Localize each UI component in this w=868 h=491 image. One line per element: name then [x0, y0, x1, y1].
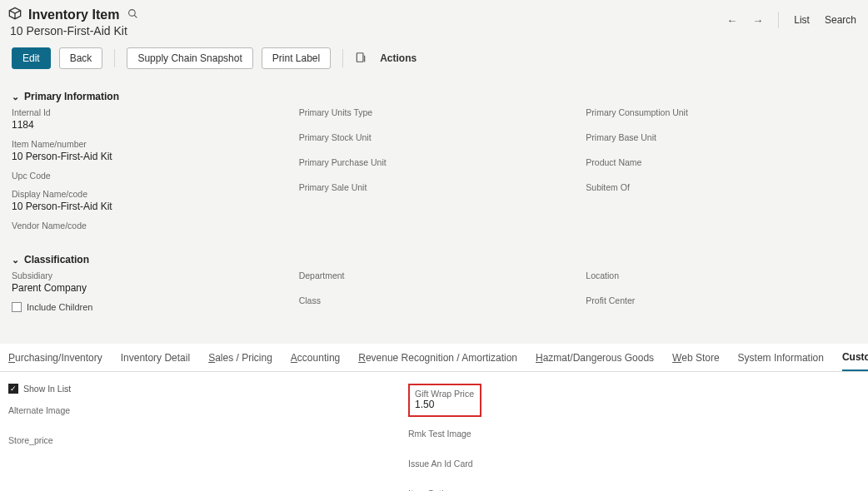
- field-label: Gift Wrap Price: [415, 389, 475, 399]
- field-issue-an-id-card: Issue An Id Card: [408, 459, 481, 469]
- field-label: Alternate Image: [8, 405, 358, 415]
- field-value: 1184: [12, 119, 282, 131]
- field-item-name: Item Name/number 10 Person-First-Aid Kit: [12, 139, 282, 162]
- tabs: Purchasing/Inventory Inventory Detail Sa…: [0, 344, 868, 372]
- chevron-down-icon: ⌄: [12, 255, 19, 265]
- tab-system-information[interactable]: System Information: [738, 352, 824, 370]
- field-primary-sale-unit: Primary Sale Unit: [299, 182, 570, 192]
- page-title: Inventory Item: [28, 7, 119, 22]
- checkbox-show-in-list[interactable]: ✓ Show In List: [8, 384, 358, 394]
- search-link[interactable]: Search: [825, 14, 856, 26]
- cube-icon: [8, 7, 22, 22]
- next-arrow[interactable]: →: [752, 14, 763, 27]
- field-department: Department: [299, 270, 570, 280]
- field-label: Vendor Name/code: [12, 221, 282, 231]
- field-label: Display Name/code: [12, 189, 282, 199]
- field-label: Issue An Id Card: [408, 459, 481, 469]
- section-classification[interactable]: ⌄ Classification: [12, 254, 856, 265]
- tab-web-store[interactable]: Web Store: [672, 352, 719, 370]
- field-rmk-test-image: Rmk Test Image: [408, 429, 481, 439]
- field-label: Product Name: [586, 157, 856, 167]
- field-primary-base-unit: Primary Base Unit: [586, 132, 856, 142]
- tab-inventory-detail[interactable]: Inventory Detail: [121, 352, 190, 370]
- field-label: Subitem Of: [586, 182, 856, 192]
- search-icon[interactable]: [127, 8, 138, 22]
- separator: [342, 49, 343, 67]
- section-title: Primary Information: [24, 91, 119, 102]
- checkbox-icon: ✓: [8, 384, 18, 394]
- checkbox-include-children[interactable]: Include Children: [12, 302, 282, 312]
- field-label: Department: [299, 270, 570, 280]
- highlight-gift-wrap-price: Gift Wrap Price 1.50: [408, 384, 481, 417]
- tab-custom[interactable]: Custom: [842, 351, 868, 371]
- tab-sales-pricing[interactable]: Sales / Pricing: [208, 352, 272, 370]
- checkbox-label: Show In List: [23, 384, 71, 394]
- field-primary-units-type: Primary Units Type: [299, 107, 570, 117]
- field-value: 10 Person-First-Aid Kit: [12, 151, 282, 162]
- field-label: Upc Code: [12, 171, 282, 181]
- svg-line-1: [134, 15, 137, 17]
- field-location: Location: [586, 270, 856, 280]
- separator: [778, 12, 779, 28]
- field-primary-consumption-unit: Primary Consumption Unit: [586, 107, 856, 117]
- section-primary-information[interactable]: ⌄ Primary Information: [12, 91, 856, 102]
- checkbox-label: Include Children: [27, 302, 93, 312]
- field-label: Primary Units Type: [299, 107, 570, 117]
- field-primary-stock-unit: Primary Stock Unit: [299, 132, 570, 142]
- field-label: Item Name/number: [12, 139, 282, 149]
- edit-button[interactable]: Edit: [12, 47, 51, 69]
- field-label: Profit Center: [586, 295, 856, 305]
- action-bar-top: Edit Back Supply Chain Snapshot Print La…: [0, 39, 868, 81]
- field-label: Primary Purchase Unit: [299, 157, 570, 167]
- tab-accounting[interactable]: Accounting: [291, 352, 340, 370]
- field-label: Primary Sale Unit: [299, 182, 570, 192]
- field-subitem-of: Subitem Of: [586, 182, 856, 192]
- field-alternate-image: Alternate Image: [8, 405, 358, 415]
- field-upc-code: Upc Code: [12, 171, 282, 181]
- field-class: Class: [299, 295, 570, 305]
- field-label: Store_price: [8, 435, 358, 445]
- actions-menu[interactable]: Actions: [380, 52, 417, 64]
- expand-icon[interactable]: [355, 52, 367, 66]
- tab-hazmat[interactable]: Hazmat/Dangerous Goods: [536, 352, 654, 370]
- field-label: Class: [299, 295, 570, 305]
- prev-arrow[interactable]: ←: [726, 14, 737, 27]
- section-title: Classification: [24, 254, 89, 265]
- field-label: Primary Base Unit: [586, 132, 856, 142]
- field-label: Rmk Test Image: [408, 429, 481, 439]
- checkbox-icon: [12, 302, 22, 312]
- separator: [114, 49, 115, 67]
- tab-purchasing-inventory[interactable]: Purchasing/Inventory: [8, 352, 102, 370]
- field-primary-purchase-unit: Primary Purchase Unit: [299, 157, 570, 167]
- svg-rect-2: [357, 52, 364, 62]
- field-label: Internal Id: [12, 107, 282, 117]
- back-button[interactable]: Back: [59, 47, 103, 69]
- supply-chain-snapshot-button[interactable]: Supply Chain Snapshot: [127, 47, 252, 69]
- field-label: Location: [586, 270, 856, 280]
- field-vendor-name: Vendor Name/code: [12, 221, 282, 231]
- field-label: Primary Stock Unit: [299, 132, 570, 142]
- field-label: Subsidiary: [12, 270, 282, 280]
- field-product-name: Product Name: [586, 157, 856, 167]
- field-display-name: Display Name/code 10 Person-First-Aid Ki…: [12, 189, 282, 212]
- list-link[interactable]: List: [794, 14, 810, 26]
- field-internal-id: Internal Id 1184: [12, 107, 282, 131]
- print-label-button[interactable]: Print Label: [262, 47, 331, 69]
- field-value: 10 Person-First-Aid Kit: [12, 201, 282, 212]
- record-subtitle: 10 Person-First-Aid Kit: [10, 24, 138, 37]
- tab-body-custom: ✓ Show In List Alternate Image Store_pri…: [0, 372, 868, 491]
- svg-point-0: [129, 9, 136, 16]
- field-subsidiary: Subsidiary Parent Company: [12, 270, 282, 294]
- field-store-price: Store_price: [8, 435, 358, 445]
- field-label: Primary Consumption Unit: [586, 107, 856, 117]
- field-value: 1.50: [415, 399, 475, 410]
- tab-revenue-recognition[interactable]: Revenue Recognition / Amortization: [358, 352, 517, 370]
- field-value: Parent Company: [12, 282, 282, 294]
- field-profit-center: Profit Center: [586, 295, 856, 305]
- chevron-down-icon: ⌄: [12, 92, 19, 102]
